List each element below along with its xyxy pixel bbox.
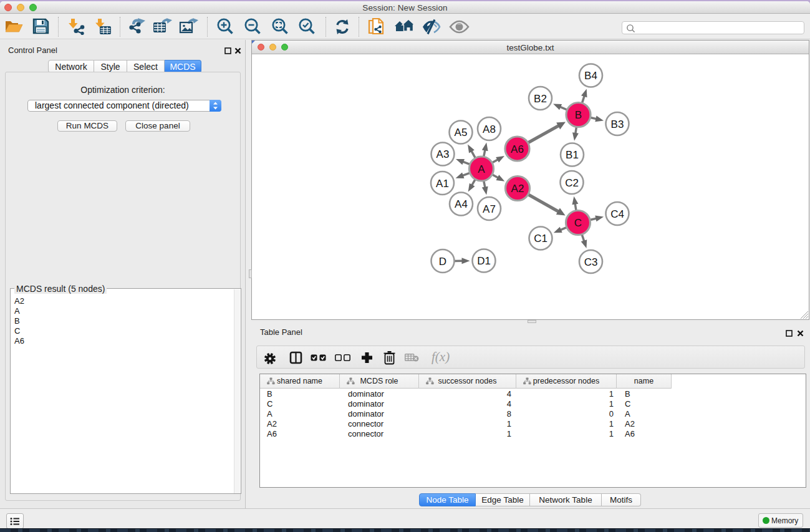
svg-text:C1: C1 [534, 233, 547, 244]
svg-text:A2: A2 [511, 183, 524, 195]
svg-text:A: A [478, 163, 485, 175]
svg-text:A7: A7 [483, 203, 496, 215]
svg-text:A4: A4 [455, 198, 468, 210]
svg-text:A5: A5 [455, 127, 468, 138]
svg-text:C3: C3 [584, 256, 598, 268]
svg-text:A3: A3 [436, 148, 450, 160]
svg-text:C2: C2 [565, 177, 579, 189]
svg-text:A6: A6 [511, 143, 524, 155]
svg-text:D1: D1 [477, 255, 491, 267]
svg-text:C: C [574, 217, 582, 229]
svg-text:D: D [439, 256, 446, 268]
svg-text:B4: B4 [584, 70, 597, 82]
svg-text:B: B [575, 109, 582, 121]
svg-text:B2: B2 [534, 93, 547, 105]
svg-text:B3: B3 [611, 118, 624, 130]
svg-text:A8: A8 [483, 123, 496, 135]
svg-text:A1: A1 [436, 178, 449, 190]
svg-text:C4: C4 [610, 208, 624, 220]
svg-text:B1: B1 [566, 149, 579, 161]
